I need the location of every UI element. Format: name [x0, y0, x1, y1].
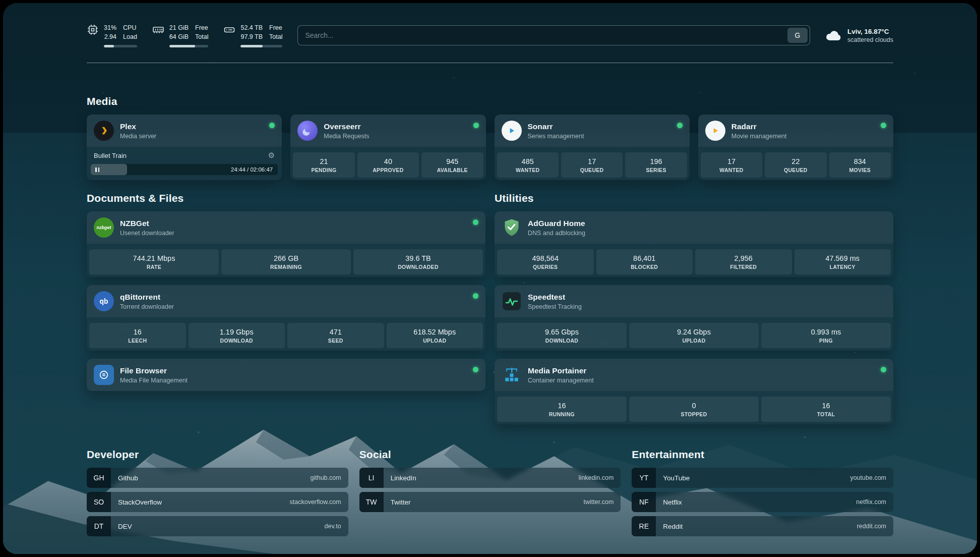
service-card-overseerr[interactable]: Overseerr Media Requests 21 PENDING 40 A… — [290, 115, 485, 180]
service-card-portainer[interactable]: Media Portainer Container management 16 … — [495, 359, 893, 424]
service-card-adguard[interactable]: AdGuard Home DNS and adblocking 498,564 … — [495, 211, 893, 277]
stat-label: APPROVED — [359, 167, 417, 173]
service-desc: Series management — [528, 133, 584, 140]
bookmark-twitter[interactable]: TW Twitter twitter.com — [359, 492, 621, 512]
status-dot — [881, 367, 886, 372]
stat-label: SEED — [289, 338, 383, 344]
bookmark-url: stackoverflow.com — [290, 498, 348, 506]
bookmark-name: Reddit — [656, 523, 683, 530]
bookmark-group-social: Social LI LinkedIn linkedin.com TW Twitt… — [359, 449, 621, 536]
plex-meta: Plex Media server — [120, 122, 156, 139]
bookmark-github[interactable]: GH Github github.com — [87, 468, 348, 488]
stat-value: 498,564 — [499, 254, 592, 262]
filebrowser-header[interactable]: File Browser Media File Management — [87, 359, 485, 391]
stat-label: LEECH — [91, 338, 185, 344]
service-desc: Usenet downloader — [120, 230, 174, 237]
stat-value: 16 — [763, 402, 889, 410]
service-name: AdGuard Home — [528, 218, 585, 228]
stat-label: AVAILABLE — [423, 167, 481, 173]
stat-label: UPLOAD — [631, 338, 757, 344]
search-engine-button[interactable]: G — [787, 28, 808, 43]
service-card-speedtest[interactable]: Speedtest Speedtest Tracking 9.65 Gbps D… — [495, 285, 893, 351]
playback-progress-bar[interactable]: 24:44 / 02:06:47 — [91, 164, 278, 175]
stat: 196 SERIES — [625, 152, 687, 178]
adguard-header[interactable]: AdGuard Home DNS and adblocking — [495, 211, 893, 244]
service-name: Speedtest — [528, 292, 582, 302]
stat: 498,564 QUERIES — [497, 249, 594, 274]
bookmark-url: dev.to — [325, 523, 348, 530]
stat: 16 RUNNING — [497, 397, 627, 422]
stat-label: BLOCKED — [598, 264, 692, 270]
stat-value: 834 — [831, 157, 889, 165]
disk-icon — [223, 24, 235, 36]
stat: 16 LEECH — [89, 323, 186, 348]
stat: 2,956 FILTERED — [695, 249, 792, 274]
bookmark-netflix[interactable]: NF Netflix netflix.com — [632, 492, 893, 512]
service-card-sonarr[interactable]: Sonarr Series management 485 WANTED 17 Q… — [495, 115, 690, 180]
bookmark-url: twitter.com — [584, 498, 621, 506]
bookmark-name: Twitter — [384, 498, 411, 506]
nzbget-stats: 744.21 Mbps RATE 266 GB REMAINING 39.6 T… — [87, 247, 485, 277]
radarr-header[interactable]: Radarr Movie management — [698, 115, 893, 147]
service-name: Radarr — [731, 122, 787, 131]
nzbget-header[interactable]: nzbget NZBGet Usenet downloader — [87, 211, 485, 244]
stat-label: QUERIES — [499, 264, 592, 270]
bookmark-url: github.com — [311, 474, 348, 481]
qbittorrent-header[interactable]: qb qBittorrent Torrent downloader — [87, 285, 485, 317]
stat-label: UPLOAD — [388, 338, 482, 344]
sonarr-header[interactable]: Sonarr Series management — [495, 115, 690, 147]
service-name: Plex — [120, 122, 156, 131]
search-bar[interactable]: G — [297, 25, 810, 45]
sonarr-icon — [502, 121, 522, 141]
section-title-entertainment: Entertainment — [632, 449, 893, 461]
service-name: NZBGet — [120, 218, 174, 228]
portainer-stats: 16 RUNNING 0 STOPPED 16 TOTAL — [495, 394, 893, 424]
bookmark-reddit[interactable]: RE Reddit reddit.com — [632, 516, 893, 536]
dashboard-screen: 31% 2.94 CPU Load 21 GiB — [3, 3, 977, 554]
stat-label: PENDING — [294, 167, 353, 173]
search-input[interactable] — [305, 31, 787, 39]
service-desc: Movie management — [731, 133, 787, 140]
stat: 47.569 ms LATENCY — [794, 249, 891, 274]
speedtest-header[interactable]: Speedtest Speedtest Tracking — [495, 285, 893, 317]
overseerr-icon — [297, 121, 318, 141]
disk-monitor: 52.4 TB 97.9 TB Free Total — [223, 23, 282, 47]
service-card-plex[interactable]: Plex Media server Bullet Train ⚙ 24:44 /… — [87, 115, 282, 180]
stat-label: QUEUED — [563, 167, 621, 173]
top-bar: 31% 2.94 CPU Load 21 GiB — [87, 23, 893, 47]
stat: 9.24 Gbps UPLOAD — [629, 323, 759, 348]
stat-label: TOTAL — [763, 411, 889, 417]
section-title-media: Media — [87, 95, 893, 107]
bookmark-stackoverflow[interactable]: SO StackOverflow stackoverflow.com — [87, 492, 348, 512]
service-card-qbittorrent[interactable]: qb qBittorrent Torrent downloader 16 — [87, 285, 485, 351]
stat-value: 16 — [499, 402, 625, 410]
ram-monitor: 21 GiB 64 GiB Free Total — [152, 23, 209, 47]
status-dot — [677, 123, 683, 128]
now-playing-title: Bullet Train — [94, 152, 127, 159]
stat: 9.65 Gbps DOWNLOAD — [497, 323, 627, 348]
stat: 22 QUEUED — [765, 152, 826, 178]
stat: 485 WANTED — [497, 152, 559, 178]
stat: 471 SEED — [287, 323, 384, 348]
speedtest-icon — [502, 291, 522, 311]
service-card-filebrowser[interactable]: File Browser Media File Management — [87, 359, 485, 391]
overseerr-meta: Overseerr Media Requests — [324, 122, 369, 139]
pause-icon[interactable] — [91, 168, 99, 172]
status-dot — [473, 123, 479, 128]
service-card-radarr[interactable]: Radarr Movie management 17 WANTED 22 QUE… — [698, 115, 893, 180]
filebrowser-meta: File Browser Media File Management — [120, 366, 188, 383]
status-dot — [881, 123, 886, 128]
plex-header[interactable]: Plex Media server — [87, 115, 282, 147]
playback-progress-fill — [91, 164, 127, 175]
overseerr-header[interactable]: Overseerr Media Requests — [290, 115, 485, 147]
bookmark-youtube[interactable]: YT YouTube youtube.com — [632, 468, 893, 488]
ram-values: 21 GiB 64 GiB Free Total — [169, 23, 209, 41]
bookmark-dev[interactable]: DT DEV dev.to — [87, 516, 348, 536]
bookmark-linkedin[interactable]: LI LinkedIn linkedin.com — [359, 468, 621, 488]
stat-value: 22 — [766, 157, 825, 165]
service-card-nzbget[interactable]: nzbget NZBGet Usenet downloader 744.21 M… — [87, 211, 485, 277]
portainer-header[interactable]: Media Portainer Container management — [495, 359, 893, 391]
bookmark-group-entertainment: Entertainment YT YouTube youtube.com NF … — [632, 449, 893, 536]
settings-gear-icon[interactable]: ⚙ — [268, 151, 275, 160]
stat: 16 TOTAL — [761, 397, 891, 422]
